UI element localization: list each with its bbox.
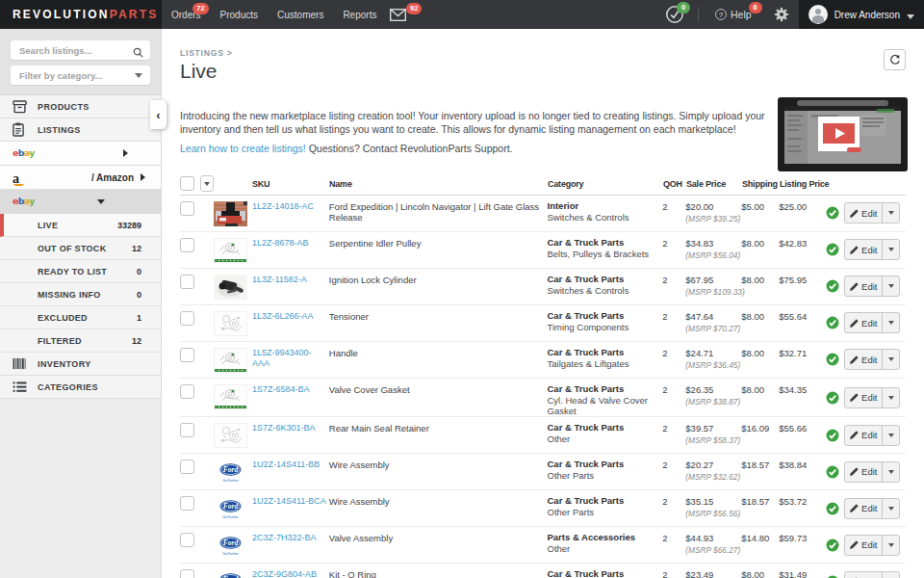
sku-link[interactable]: 2C3Z-9G804-AB bbox=[252, 569, 329, 578]
col-header-name[interactable]: Name bbox=[329, 179, 548, 189]
nav-item-reports[interactable]: Reports bbox=[333, 0, 386, 29]
select-all-checkbox[interactable] bbox=[180, 176, 194, 191]
nav-settings[interactable] bbox=[764, 0, 799, 29]
edit-dropdown-button[interactable] bbox=[883, 203, 899, 223]
sku-link[interactable]: 1S7Z-6584-BA bbox=[252, 384, 329, 395]
col-header-listing-price[interactable]: Listing Price bbox=[780, 179, 827, 189]
select-dropdown-button[interactable] bbox=[200, 175, 214, 192]
edit-button[interactable]: Edit bbox=[845, 350, 883, 369]
edit-dropdown-button[interactable] bbox=[883, 426, 899, 445]
edit-dropdown-button[interactable] bbox=[883, 350, 899, 369]
edit-dropdown-button[interactable] bbox=[883, 572, 899, 578]
sku-link[interactable]: 1U2Z-14S411-BB bbox=[252, 460, 329, 470]
edit-dropdown-button[interactable] bbox=[883, 499, 899, 518]
nav-item-products[interactable]: Products bbox=[211, 0, 268, 29]
edit-button[interactable]: Edit bbox=[845, 462, 883, 482]
edit-dropdown-button[interactable] bbox=[883, 388, 899, 407]
intro-section: Introducing the new marketplace listing … bbox=[163, 83, 924, 154]
edit-button[interactable]: Edit bbox=[845, 313, 883, 332]
row-checkbox[interactable] bbox=[180, 423, 194, 437]
nav-item-customers[interactable]: Customers bbox=[268, 0, 333, 29]
learn-link[interactable]: Learn how to create listings! bbox=[180, 143, 306, 154]
edit-button[interactable]: Edit bbox=[845, 276, 883, 296]
row-checkbox[interactable] bbox=[180, 201, 194, 216]
nav-tasks[interactable]: 0 bbox=[655, 0, 694, 29]
edit-button[interactable]: Edit bbox=[845, 426, 883, 445]
sku-link[interactable]: 1L2Z-14018-AC bbox=[252, 201, 329, 212]
edit-dropdown-button[interactable] bbox=[883, 276, 899, 296]
sidebar-marketplace-amazon[interactable]: a / Amazon bbox=[0, 166, 161, 190]
row-checkbox[interactable] bbox=[180, 311, 194, 326]
row-checkbox[interactable] bbox=[180, 569, 194, 578]
edit-button[interactable]: Edit bbox=[845, 203, 883, 223]
sku-link[interactable]: 2C3Z-7H322-BA bbox=[252, 533, 329, 543]
video-thumbnail[interactable] bbox=[778, 97, 908, 171]
edit-dropdown-button[interactable] bbox=[883, 240, 899, 259]
product-thumbnail[interactable] bbox=[214, 348, 247, 373]
sidebar-item-listings[interactable]: LISTINGS bbox=[0, 118, 161, 142]
product-thumbnail[interactable] bbox=[214, 384, 247, 409]
nav-item-orders[interactable]: Orders72 bbox=[162, 0, 211, 29]
sku-link[interactable]: 1L2Z-8678-AB bbox=[252, 238, 329, 249]
sidebar-item-inventory[interactable]: INVENTORY bbox=[0, 353, 161, 376]
status-filter-ready-to-list[interactable]: READY TO LIST0 bbox=[0, 260, 161, 283]
refresh-button[interactable] bbox=[884, 49, 906, 70]
breadcrumb[interactable]: LISTINGS > bbox=[180, 48, 906, 58]
product-thumbnail[interactable]: FordGo Further bbox=[214, 569, 247, 578]
sku-link[interactable]: 1L3Z-6L266-AA bbox=[252, 311, 329, 322]
edit-dropdown-button[interactable] bbox=[883, 462, 899, 482]
product-thumbnail[interactable] bbox=[214, 423, 247, 448]
status-filter-excluded[interactable]: EXCLUDED1 bbox=[0, 306, 161, 329]
product-thumbnail[interactable]: FordGo Further bbox=[214, 533, 247, 558]
sku-link[interactable]: 1L3Z-11582-A bbox=[252, 275, 329, 285]
sku-link[interactable]: 1U2Z-14S411-BCA bbox=[252, 496, 329, 507]
product-thumbnail[interactable]: FordGo Further bbox=[214, 496, 247, 521]
category-filter-dropdown[interactable]: Filter by category... bbox=[11, 66, 150, 85]
col-header-shipping[interactable]: Shipping bbox=[742, 179, 780, 189]
table-row: FordGo Further 2C3Z-7H322-BA Valve Assem… bbox=[180, 527, 906, 564]
user-menu[interactable]: Drew Anderson bbox=[799, 0, 924, 29]
status-filter-live[interactable]: LIVE33289 bbox=[0, 214, 161, 237]
edit-dropdown-button[interactable] bbox=[883, 536, 899, 555]
status-filter-out-of-stock[interactable]: OUT OF STOCK12 bbox=[0, 237, 161, 260]
row-checkbox[interactable] bbox=[180, 533, 194, 547]
edit-button[interactable]: Edit bbox=[845, 572, 883, 578]
col-header-qoh[interactable]: QOH bbox=[663, 179, 686, 189]
edit-button[interactable]: Edit bbox=[845, 388, 883, 407]
row-checkbox[interactable] bbox=[180, 348, 194, 362]
sku-link[interactable]: 1S7Z-6K301-BA bbox=[252, 423, 329, 434]
row-checkbox[interactable] bbox=[180, 275, 194, 289]
sidebar-collapse-button[interactable]: ‹ bbox=[150, 100, 167, 129]
product-thumbnail[interactable] bbox=[214, 311, 247, 336]
product-thumbnail[interactable]: FordGo Further bbox=[214, 460, 247, 485]
row-checkbox[interactable] bbox=[180, 238, 194, 252]
edit-button[interactable]: Edit bbox=[845, 499, 883, 518]
product-thumbnail[interactable] bbox=[214, 275, 247, 300]
product-thumbnail[interactable] bbox=[214, 238, 247, 263]
edit-button[interactable]: Edit bbox=[845, 240, 883, 259]
nav-messages[interactable]: 92 bbox=[386, 0, 420, 29]
row-checkbox[interactable] bbox=[180, 460, 194, 474]
product-name: Ignition Lock Cylinder bbox=[329, 275, 548, 286]
status-filter-missing-info[interactable]: MISSING INFO0 bbox=[0, 283, 161, 306]
status-count: 1 bbox=[137, 313, 141, 323]
sidebar-item-products[interactable]: PRODUCTS bbox=[0, 95, 161, 118]
col-header-sale-price[interactable]: Sale Price bbox=[686, 179, 742, 189]
col-header-sku[interactable]: SKU bbox=[252, 179, 329, 189]
qoh-value: 2 bbox=[662, 196, 685, 231]
col-header-category[interactable]: Category bbox=[548, 179, 663, 189]
brand-logo[interactable]: REVOLUTIONPARTS bbox=[0, 0, 162, 29]
sidebar-marketplace-ebay-open[interactable]: ebay bbox=[0, 190, 161, 214]
sidebar-marketplace-ebay[interactable]: ebay bbox=[0, 142, 161, 166]
edit-dropdown-button[interactable] bbox=[883, 313, 899, 332]
sku-link[interactable]: 1L5Z-9943400-AAA bbox=[252, 348, 329, 370]
status-filter-filtered[interactable]: FILTERED12 bbox=[0, 329, 161, 353]
search-input[interactable] bbox=[11, 41, 150, 61]
row-checkbox[interactable] bbox=[180, 384, 194, 399]
sidebar-item-categories[interactable]: CATEGORIES bbox=[0, 376, 161, 399]
edit-button[interactable]: Edit bbox=[845, 536, 883, 555]
nav-help[interactable]: ? Help 6 bbox=[703, 0, 764, 29]
sidebar-item-label: PRODUCTS bbox=[38, 102, 90, 112]
row-checkbox[interactable] bbox=[180, 496, 194, 511]
product-thumbnail[interactable] bbox=[214, 201, 247, 226]
